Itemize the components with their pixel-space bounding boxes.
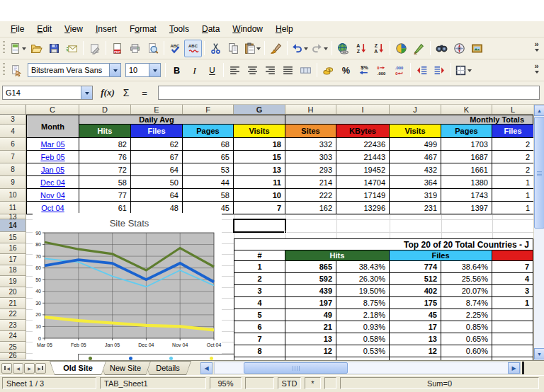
row-header-19[interactable]: 19 [0,276,26,287]
country-files-pct[interactable]: 0.60% [441,345,492,357]
country-hits[interactable]: 49 [285,309,336,321]
cell-monthly[interactable]: 364 [390,176,441,189]
cell-daily[interactable]: 13 [234,163,285,176]
paste-button[interactable] [242,40,262,57]
scroll-down-button[interactable]: ▼ [534,348,544,359]
row-header-15[interactable]: 15 [0,232,26,243]
tab-new-site[interactable]: New Site [100,361,151,375]
country-files-pct[interactable]: 2.25% [441,309,492,321]
cell-monthly[interactable]: 19452 [336,163,390,176]
name-box[interactable]: G14 [2,86,93,100]
vertical-scroll-thumb[interactable] [534,117,544,229]
cell-monthly[interactable]: 1 [492,202,533,214]
month-link[interactable]: Nov 04 [40,191,65,200]
country-files-header[interactable]: Files [390,250,492,261]
country-rank[interactable]: 2 [234,273,285,285]
country-hits[interactable]: 439 [285,285,336,297]
cell-monthly[interactable]: 1687 [441,151,492,163]
split-handle[interactable] [522,362,524,374]
cell-monthly[interactable]: 231 [390,202,441,214]
daily-avg-header[interactable]: Daily Avg [79,115,285,125]
insert-chart-button[interactable] [392,40,410,57]
column-header-I[interactable]: I [336,105,390,115]
cell-daily[interactable]: 65 [183,151,234,163]
country-kbytes[interactable]: 4 [492,273,533,285]
monthly-totals-header[interactable]: Monthly Totals [285,115,533,125]
menu-view[interactable]: View [58,22,89,36]
row-header-13[interactable]: 13 [0,214,26,219]
row-header-21[interactable]: 21 [0,298,26,309]
country-kbytes-header[interactable] [492,250,533,261]
equals-button[interactable]: = [137,86,152,100]
country-files-pct[interactable]: 8.74% [441,297,492,309]
row-header-6[interactable]: 6 [0,138,26,151]
country-hits-pct[interactable]: 0.93% [336,321,390,333]
country-files-pct[interactable]: 20.07% [441,285,492,297]
hyperlink-button[interactable] [334,40,352,57]
sheet-last-button[interactable]: ▶ [35,363,46,374]
cell-monthly[interactable]: 467 [390,151,441,163]
cell-monthly[interactable]: 13296 [336,202,390,214]
country-hits-pct[interactable]: 2.18% [336,309,390,321]
standard-format-button[interactable]: $% [355,62,373,79]
row-header-3[interactable]: 3 [0,115,26,125]
bold-button[interactable]: B [168,62,186,79]
menu-help[interactable]: Help [269,22,300,36]
cell-monthly[interactable]: 2 [492,151,533,163]
country-files-pct[interactable]: 25.56% [441,273,492,285]
country-hits[interactable]: 197 [285,297,336,309]
increase-indent-button[interactable] [431,62,448,79]
print-button[interactable] [126,40,144,57]
row-header-18[interactable]: 18 [0,265,26,277]
country-files[interactable]: 12 [390,345,441,357]
country-files[interactable]: 45 [390,309,441,321]
sort-ascending-button[interactable]: AZ [352,40,370,57]
cell-monthly[interactable]: 1743 [441,189,492,202]
cell-daily[interactable]: 76 [79,151,131,163]
cell-daily[interactable]: 50 [131,176,183,189]
draw-functions-button[interactable] [410,40,428,57]
cell-monthly[interactable]: 21443 [336,151,390,163]
country-files-pct[interactable]: 0.85% [441,321,492,333]
metric-header-sites-4[interactable]: Sites [285,125,336,138]
edit-file-button[interactable] [86,40,103,57]
month-link[interactable]: Mar 05 [40,140,64,149]
page-preview-button[interactable] [144,40,162,57]
undo-button[interactable] [290,40,310,57]
cell-monthly[interactable]: 499 [390,138,441,151]
italic-button[interactable]: I [186,62,203,79]
row-header-4[interactable]: 4 [0,125,26,138]
country-rank-header[interactable]: # [234,250,285,261]
cut-button[interactable] [207,40,225,57]
country-hits-header[interactable]: Hits [285,250,390,261]
cell-monthly[interactable]: 1 [492,189,533,202]
find-replace-button[interactable] [433,40,450,57]
menu-format[interactable]: Format [123,22,163,36]
metric-header-pages-7[interactable]: Pages [441,125,492,138]
month-header[interactable]: Month [26,115,79,138]
month-cell[interactable]: Nov 04 [26,189,79,202]
menu-edit[interactable]: Edit [30,22,58,36]
metric-header-hits-0[interactable]: Hits [79,125,131,138]
gallery-button[interactable] [468,40,486,57]
cell-monthly[interactable]: 1703 [441,138,492,151]
cell-monthly[interactable]: 2 [492,138,533,151]
new-document-button[interactable] [8,40,28,57]
cell-monthly[interactable]: 17149 [336,189,390,202]
country-files[interactable]: 402 [390,285,441,297]
menu-insert[interactable]: Insert [89,22,123,36]
column-header-E[interactable]: E [131,105,183,115]
align-left-button[interactable] [226,62,244,79]
country-table-title[interactable]: Top 20 of 20 Total Countries - J [234,238,533,250]
row-header-26[interactable]: 26 [0,353,26,359]
vertical-scrollbar[interactable]: ▲ ▼ [533,105,544,360]
metric-header-files-8[interactable]: Files [492,125,533,138]
cell-daily[interactable]: 15 [234,151,285,163]
cell-daily[interactable]: 77 [79,189,131,202]
column-header-J[interactable]: J [390,105,441,115]
country-rank[interactable]: 4 [234,297,285,309]
month-cell[interactable]: Mar 05 [26,138,79,151]
country-kbytes[interactable] [492,333,533,345]
cell-monthly[interactable]: 222 [285,189,336,202]
hscroll-left-button[interactable]: ◀ [200,362,212,374]
